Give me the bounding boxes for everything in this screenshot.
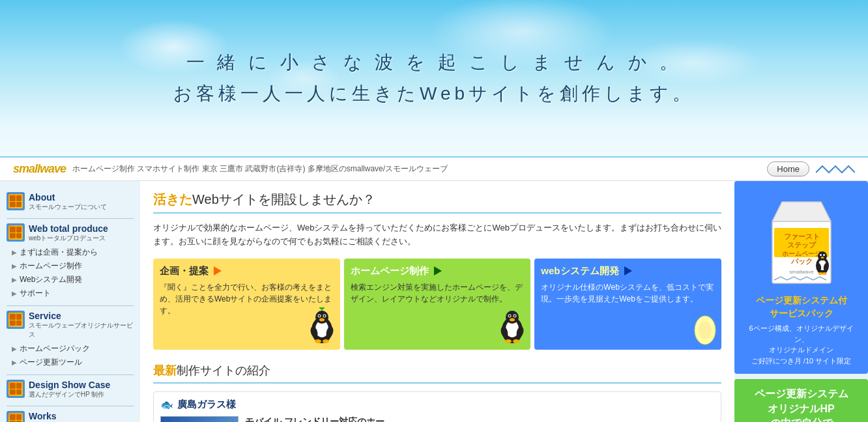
design-label: Design Show Case [29,380,110,390]
col-arrow-icon [434,266,442,275]
kikaku-link[interactable]: まずは企画・提案から [20,247,98,258]
service-sub: スモールウェーブオリジナルサービス [29,321,134,339]
sidebar-item-pagetool[interactable]: ▶ ページ更新ツール [7,356,134,369]
main-content: 活きたWebサイトを開設しませんか？ オリジナルで効果的なホームページ、Webシ… [140,181,734,422]
sidebar-section-webtotal: Web total produce webトータルプロデュース ▶ まずは企画・… [7,222,134,300]
col-homepage-body: 検索エンジン対策を実施したホームページを、デザイン、レイアウトなどオリジナルで制… [351,281,525,305]
site-name: 🐟 廣島ガラス様 [160,399,714,411]
col-websystem-title: webシステム開発 [541,265,715,277]
sidebar-item-works[interactable]: Works 今までの制作実績を紹介 [7,410,134,422]
section2-rest: 制作サイトの紹介 [177,364,270,377]
pagetool-link[interactable]: ページ更新ツール [20,357,82,368]
about-label: About [29,192,107,203]
works-icon [7,411,25,422]
sidebar-section-service: Service スモールウェーブオリジナルサービス ▶ ホームページパック ▶ … [7,309,134,369]
site-preview: 廣島ガラス 0800-700-6555 モバイル フレンドリー対応のホー [160,416,714,422]
col-homepage-title: ホームページ制作 [351,265,525,277]
sidebar-item-service[interactable]: Service スモールウェーブオリジナルサービス [7,309,134,341]
svg-point-45 [822,272,826,275]
about-icon [7,192,25,210]
svg-point-11 [323,339,329,343]
header-line2: お客様一人一人に生きたWebサイトを創作します。 [173,78,695,109]
hppack-link[interactable]: ホームページパック [20,343,90,354]
svg-point-39 [820,254,822,256]
col-kikaku: 企画・提案 『聞く』ことを全力で行い、お客様の考えをまとめ、活用できるWebサイ… [153,259,340,350]
arrow-icon: ▶ [12,262,17,270]
divider [7,218,134,219]
promo-box-1: ファースト ステップ ホームページ パック smallwave [734,181,868,374]
service-label: Service [29,311,134,321]
divider [7,406,134,406]
svg-point-5 [318,315,320,316]
works-label: Works [29,411,100,421]
svg-point-7 [319,318,325,321]
col-websystem-body: オリジナル仕様のWebシステムを、低コストで実現。一歩先を見据えたWebをご提供… [541,281,715,305]
design-sub: 選んだデザインでHP 制作 [29,390,110,399]
svg-point-25 [513,339,519,343]
svg-text:smallwave: smallwave [789,269,814,275]
sidebar-item-about[interactable]: About スモールウェーブについて [7,191,134,213]
arrow-icon: ▶ [12,345,17,352]
intro-text: オリジナルで効果的なホームページ、Webシステムを持っていただくためにお客様ごと… [153,221,721,249]
svg-point-38 [818,251,827,260]
sidebar-section-design: Design Show Case 選んだデザインでHP 制作 [7,378,134,401]
arrow-icon: ▶ [12,249,17,256]
svg-point-27 [699,321,712,339]
webtotal-sub: webトータルプロデュース [29,234,108,243]
websystem-link[interactable]: Webシステム開発 [20,274,82,285]
svg-point-10 [315,339,321,343]
col-kikaku-title: 企画・提案 [160,265,334,277]
col-homepage: ホームページ制作 検索エンジン対策を実施したホームページを、デザイン、レイアウト… [344,259,531,350]
svg-text:ホームページ: ホームページ [782,250,821,257]
svg-text:ステップ: ステップ [787,241,817,249]
svg-text:パック: パック [790,257,812,265]
promo2-title: ページ更新システムオリジナルHPの中で自分で [742,387,860,422]
webtotal-label: Web total produce [29,223,108,234]
sidebar-item-hppack[interactable]: ▶ ホームページパック [7,342,134,356]
svg-point-40 [823,254,825,256]
sidebar-item-homepage[interactable]: ▶ ホームページ制作 [7,259,134,273]
support-link[interactable]: サポート [20,288,51,299]
sidebar-item-websystem[interactable]: ▶ Webシステム開発 [7,273,134,287]
sidebar-section-works: Works 今までの制作実績を紹介 [7,410,134,422]
sidebar-section-about: About スモールウェーブについて [7,191,134,213]
arrow-icon: ▶ [12,359,17,366]
site-card: 🐟 廣島ガラス様 廣島ガラス 0800-700-6555 モバイル フレンドリー… [153,391,721,422]
sidebar-item-support[interactable]: ▶ サポート [7,287,134,300]
right-panel: ファースト ステップ ホームページ パック smallwave [734,181,868,422]
egg-websystem-icon [692,311,718,346]
main-container: About スモールウェーブについて Web total produce web… [0,181,868,422]
three-columns: 企画・提案 『聞く』ことを全力で行い、お客様の考えをまとめ、活用できるWebサイ… [153,259,721,350]
sidebar-item-design[interactable]: Design Show Case 選んだデザインでHP 制作 [7,378,134,401]
site-logo[interactable]: smallwave [13,162,66,176]
nav-links: ホームページ制作 スマホサイト制作 東京 三鷹市 武蔵野市(吉祥寺) 多摩地区の… [72,163,760,175]
carton-illustration: ファースト ステップ ホームページ パック smallwave [762,189,841,287]
divider [7,374,134,375]
sidebar: About スモールウェーブについて Web total produce web… [0,181,140,422]
penguin-kikaku-icon [308,307,337,346]
svg-point-19 [509,315,511,316]
svg-text:ファースト: ファースト [783,232,819,240]
svg-point-44 [818,272,822,275]
webtotal-icon [7,223,25,242]
sidebar-item-webtotal[interactable]: Web total produce webトータルプロデュース [7,222,134,244]
col-websystem: webシステム開発 オリジナル仕様のWebシステムを、低コストで実現。一歩先を見… [534,259,721,350]
svg-point-24 [505,339,512,343]
fish-icon: 🐟 [160,399,173,411]
homepage-link[interactable]: ホームページ制作 [20,260,82,272]
about-sub: スモールウェーブについて [29,203,107,212]
arrow-icon: ▶ [12,290,17,297]
svg-point-2 [315,311,328,324]
site-desc: モバイル フレンドリー対応のホー [245,416,714,422]
penguin-homepage-icon [498,307,527,346]
section1-highlight: 活きた [153,192,192,206]
home-button[interactable]: Home [767,162,809,176]
header-text-block: 一 緒 に 小 さ な 波 を 起 こ し ま せ ん か 。 お客様一人一人に… [173,47,695,109]
section1-title: 活きたWebサイトを開設しませんか？ [153,191,721,214]
svg-point-20 [514,315,516,316]
site-thumbnail: 廣島ガラス 0800-700-6555 [160,416,239,422]
header-line1: 一 緒 に 小 さ な 波 を 起 こ し ま せ ん か 。 [173,47,695,78]
sidebar-item-kikaku[interactable]: ▶ まずは企画・提案から [7,246,134,259]
section1-rest: Webサイトを開設しませんか？ [192,192,375,206]
carton-container: ファースト ステップ ホームページ パック smallwave [742,189,860,289]
